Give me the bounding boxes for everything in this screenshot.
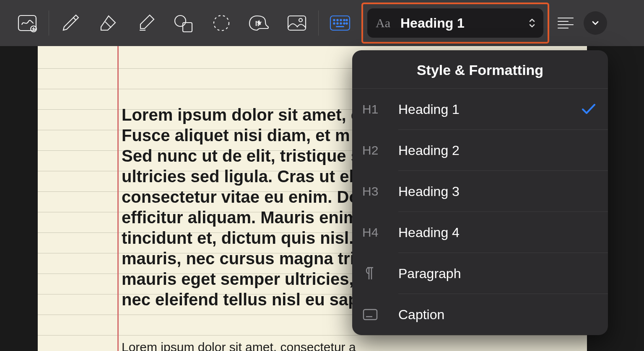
style-option-heading2[interactable]: H2 Heading 2 [352, 130, 608, 171]
style-option-caption[interactable]: Caption [352, 294, 608, 335]
style-hint-h2: H2 [362, 143, 398, 157]
svg-point-13 [343, 19, 345, 21]
text-style-picker[interactable]: Aa Heading 1 [367, 8, 543, 38]
more-options-button[interactable] [584, 11, 607, 35]
style-hint-h1: H1 [362, 102, 398, 116]
text-style-aa-icon: Aa [376, 16, 390, 30]
svg-point-11 [337, 19, 338, 21]
svg-point-17 [340, 23, 341, 24]
style-hint-h3: H3 [362, 184, 398, 199]
pilcrow-icon [362, 266, 398, 281]
style-formatting-popover: Style & Formatting H1 Heading 1 H2 Headi… [352, 50, 608, 335]
style-picker-wrap: Aa Heading 1 [367, 8, 543, 38]
sticker-tool-icon[interactable]: ★ [240, 6, 278, 40]
svg-text:★: ★ [256, 18, 262, 27]
scribble-add-icon[interactable] [8, 6, 46, 40]
toolbar-divider [318, 10, 319, 36]
svg-point-4 [214, 15, 229, 31]
svg-rect-25 [364, 310, 377, 320]
pen-tool-icon[interactable] [52, 6, 89, 40]
svg-point-8 [299, 18, 302, 22]
main-toolbar: ★ Aa Heading 1 [0, 0, 644, 46]
svg-point-15 [333, 23, 335, 24]
document-body-text[interactable]: Lorem ipsum dolor sit amet, consectetur … [122, 340, 574, 351]
style-name-label: Caption [398, 307, 444, 323]
style-option-heading1[interactable]: H1 Heading 1 [352, 89, 608, 130]
svg-point-19 [346, 23, 347, 24]
style-name-label: Heading 3 [398, 184, 460, 199]
svg-point-10 [333, 19, 335, 21]
svg-point-14 [346, 19, 347, 21]
svg-point-16 [337, 23, 338, 24]
highlighter-tool-icon[interactable] [127, 6, 165, 40]
keyboard-tool-icon[interactable] [321, 6, 359, 40]
svg-rect-20 [336, 26, 344, 27]
chevron-updown-icon [528, 18, 536, 28]
popover-title: Style & Formatting [352, 50, 608, 89]
text-style-picker-label: Heading 1 [400, 15, 465, 31]
svg-point-2 [175, 15, 186, 26]
caption-icon [362, 308, 398, 321]
shapes-tool-icon[interactable] [165, 6, 203, 40]
style-name-label: Heading 4 [398, 225, 460, 240]
svg-point-18 [343, 23, 345, 24]
toolbar-divider [49, 10, 49, 36]
style-option-heading4[interactable]: H4 Heading 4 [352, 212, 608, 253]
style-option-paragraph[interactable]: Paragraph [352, 253, 608, 294]
image-tool-icon[interactable] [278, 6, 316, 40]
svg-rect-3 [183, 23, 192, 32]
style-name-label: Heading 2 [398, 143, 460, 158]
svg-rect-7 [288, 16, 306, 30]
style-hint-h4: H4 [362, 225, 398, 240]
text-align-left-icon[interactable] [551, 6, 580, 40]
lasso-tool-icon[interactable] [203, 6, 240, 40]
svg-point-12 [340, 19, 341, 21]
style-name-label: Paragraph [398, 266, 461, 281]
eraser-tool-icon[interactable] [89, 6, 127, 40]
check-icon [581, 100, 596, 119]
style-option-heading3[interactable]: H3 Heading 3 [352, 171, 608, 212]
style-name-label: Heading 1 [398, 102, 460, 117]
